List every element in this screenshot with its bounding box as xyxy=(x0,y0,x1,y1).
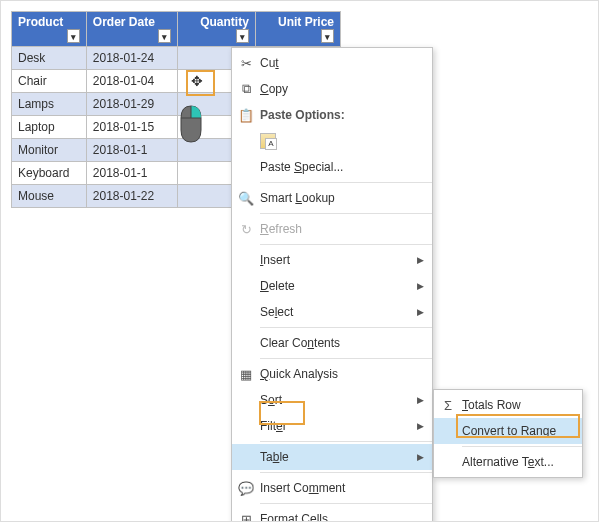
filter-icon[interactable]: ▾ xyxy=(321,29,334,43)
menu-separator xyxy=(462,446,582,447)
menu-paste-special[interactable]: Paste Special... xyxy=(232,154,432,180)
cell-product[interactable]: Monitor xyxy=(12,139,87,162)
menu-separator xyxy=(260,182,432,183)
menu-cut[interactable]: ✂Cut xyxy=(232,50,432,76)
quick-analysis-icon: ▦ xyxy=(236,367,256,382)
menu-paste-header: 📋Paste Options: xyxy=(232,102,432,128)
menu-separator xyxy=(260,472,432,473)
menu-separator xyxy=(260,244,432,245)
comment-icon: 💬 xyxy=(236,481,256,496)
cell-date[interactable]: 2018-01-24 xyxy=(86,47,177,70)
cell-product[interactable]: Chair xyxy=(12,70,87,93)
menu-smart-lookup[interactable]: 🔍Smart Lookup xyxy=(232,185,432,211)
chevron-right-icon: ▶ xyxy=(417,395,424,405)
menu-filter[interactable]: Filter▶ xyxy=(232,413,432,439)
chevron-right-icon: ▶ xyxy=(417,452,424,462)
menu-sort[interactable]: Sort▶ xyxy=(232,387,432,413)
col-label: Quantity xyxy=(200,15,249,29)
menu-format-cells[interactable]: ⊞Format Cells... xyxy=(232,506,432,522)
col-label: Order Date xyxy=(93,15,155,29)
filter-icon[interactable]: ▾ xyxy=(67,29,80,43)
filter-icon[interactable]: ▾ xyxy=(236,29,249,43)
chevron-right-icon: ▶ xyxy=(417,281,424,291)
cell-date[interactable]: 2018-01-15 xyxy=(86,116,177,139)
cell-date[interactable]: 2018-01-29 xyxy=(86,93,177,116)
filter-icon[interactable]: ▾ xyxy=(158,29,171,43)
menu-separator xyxy=(260,213,432,214)
menu-clear[interactable]: Clear Contents xyxy=(232,330,432,356)
menu-delete[interactable]: Delete▶ xyxy=(232,273,432,299)
chevron-right-icon: ▶ xyxy=(417,255,424,265)
menu-refresh: ↻Refresh xyxy=(232,216,432,242)
col-date[interactable]: Order Date▾ xyxy=(86,12,177,47)
format-icon: ⊞ xyxy=(236,512,256,523)
submenu-convert-to-range[interactable]: Convert to Range xyxy=(434,418,582,444)
menu-insert-comment[interactable]: 💬Insert Comment xyxy=(232,475,432,501)
totals-icon: Σ xyxy=(438,398,458,413)
paste-icon: 📋 xyxy=(236,108,256,123)
cell-date[interactable]: 2018-01-04 xyxy=(86,70,177,93)
col-product[interactable]: Product▾ xyxy=(12,12,87,47)
col-qty[interactable]: Quantity▾ xyxy=(177,12,255,47)
cell-product[interactable]: Laptop xyxy=(12,116,87,139)
cell-date[interactable]: 2018-01-1 xyxy=(86,162,177,185)
cell-product[interactable]: Keyboard xyxy=(12,162,87,185)
menu-table[interactable]: Table▶ xyxy=(232,444,432,470)
menu-copy[interactable]: ⧉Copy xyxy=(232,76,432,102)
search-icon: 🔍 xyxy=(236,191,256,206)
menu-separator xyxy=(260,327,432,328)
col-label: Unit Price xyxy=(278,15,334,29)
menu-select[interactable]: Select▶ xyxy=(232,299,432,325)
submenu-alt-text[interactable]: Alternative Text... xyxy=(434,449,582,475)
copy-icon: ⧉ xyxy=(236,81,256,97)
chevron-right-icon: ▶ xyxy=(417,307,424,317)
refresh-icon: ↻ xyxy=(236,222,256,237)
menu-quick-analysis[interactable]: ▦Quick Analysis xyxy=(232,361,432,387)
menu-separator xyxy=(260,358,432,359)
cell-product[interactable]: Mouse xyxy=(12,185,87,208)
menu-insert[interactable]: Insert▶ xyxy=(232,247,432,273)
table-submenu: ΣTotals Row Convert to Range Alternative… xyxy=(433,389,583,478)
menu-separator xyxy=(260,503,432,504)
cell-product[interactable]: Lamps xyxy=(12,93,87,116)
cell-date[interactable]: 2018-01-22 xyxy=(86,185,177,208)
paste-option-icon[interactable] xyxy=(260,133,276,149)
menu-paste-option[interactable] xyxy=(232,128,432,154)
context-menu: ✂Cut ⧉Copy 📋Paste Options: Paste Special… xyxy=(231,47,433,522)
cell-product[interactable]: Desk xyxy=(12,47,87,70)
cut-icon: ✂ xyxy=(236,56,256,71)
col-label: Product xyxy=(18,15,63,29)
submenu-totals-row[interactable]: ΣTotals Row xyxy=(434,392,582,418)
col-price[interactable]: Unit Price▾ xyxy=(255,12,340,47)
cell-date[interactable]: 2018-01-1 xyxy=(86,139,177,162)
menu-separator xyxy=(260,441,432,442)
chevron-right-icon: ▶ xyxy=(417,421,424,431)
